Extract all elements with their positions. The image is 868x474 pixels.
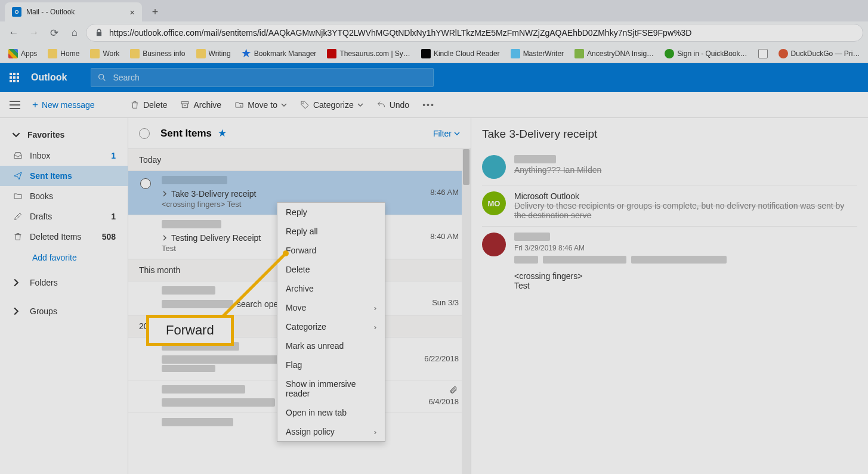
groups-header[interactable]: Groups [0,297,128,326]
folders-header[interactable]: Folders [0,268,128,297]
kindle-bookmark[interactable]: Kindle Cloud Reader [418,47,503,61]
browser-chrome: O Mail - - Outlook × + ← → ⟳ ⌂ https://o… [0,0,868,63]
conversation-row[interactable]: Fri 3/29/2019 8:46 AM <crossing fingers>… [482,227,857,296]
duckduckgo-icon [779,49,788,58]
ctx-reply-all[interactable]: Reply all [277,222,385,241]
sender-redacted [162,176,227,184]
search-input[interactable]: Search [91,68,434,87]
move-to-button[interactable]: Move to [234,100,287,110]
conversation-row[interactable]: Anything??? Ian Milden [482,149,857,185]
ctx-categorize[interactable]: Categorize› [277,317,385,336]
ctx-reply[interactable]: Reply [277,203,385,222]
ctx-archive[interactable]: Archive [277,279,385,298]
close-tab-icon[interactable]: × [129,7,135,17]
group-today: Today [128,149,471,171]
new-tab-button[interactable]: + [147,4,163,20]
duckduckgo-bookmark[interactable]: DuckDuckGo — Pri… [775,47,864,61]
plus-icon: + [32,99,38,111]
url-field[interactable]: https://outlook.office.com/mail/sentitem… [86,24,863,42]
forward-button[interactable]: → [25,24,43,42]
ctx-mark-unread[interactable]: Mark as unread [277,336,385,355]
sender-redacted [514,233,550,241]
masterwriter-bookmark[interactable]: MasterWriter [507,47,567,61]
folder-nav: Favorites Inbox 1 Sent Items Books Draft… [0,118,128,474]
undo-icon [376,100,386,110]
subject-redacted [162,355,281,364]
ctx-immersive[interactable]: Show in immersive reader [277,374,385,403]
app-launcher-button[interactable] [0,63,29,92]
archive-icon [180,100,190,110]
books-folder[interactable]: Books [0,186,128,206]
ctx-open-new-tab[interactable]: Open in new tab [277,403,385,422]
nav-toggle-button[interactable] [10,101,20,109]
ctx-delete[interactable]: Delete [277,260,385,279]
favorite-star-icon[interactable]: ★ [218,127,227,140]
moveto-icon [234,100,244,110]
home-bookmark[interactable]: Home [44,47,83,61]
folder-icon [196,49,206,58]
quickbooks-icon [665,49,674,58]
ctx-forward[interactable]: Forward [277,241,385,260]
sender-redacted [514,155,556,163]
chevron-right-icon [12,307,20,315]
categorize-button[interactable]: Categorize [300,100,363,110]
deleted-items-folder[interactable]: Deleted Items 508 [0,227,128,247]
undo-button[interactable]: Undo [376,100,409,110]
thesaurus-bookmark[interactable]: Thesaurus.com | Sy… [323,47,414,61]
archive-button[interactable]: Archive [180,100,221,110]
home-button[interactable]: ⌂ [66,24,84,42]
conv-body-line: <crossing fingers> [514,271,857,281]
sent-items-folder[interactable]: Sent Items [0,166,128,186]
delete-button[interactable]: Delete [130,100,167,110]
bookmark-manager-bookmark[interactable]: Bookmark Manager [238,47,320,61]
star-icon [242,49,251,58]
scrollbar-thumb[interactable] [463,149,469,185]
svg-line-1 [103,79,105,80]
quickbooks-bookmark[interactable]: Sign in - QuickBook… [661,47,750,61]
favorites-header[interactable]: Favorites [0,124,128,145]
ancestry-icon [574,49,584,58]
mail-subject: Take 3-Delivery receipt [171,189,256,199]
context-menu: Reply Reply all Forward Delete Archive M… [277,202,385,442]
list-scrollbar[interactable] [462,149,471,474]
ctx-move[interactable]: Move› [277,298,385,317]
chevron-right-icon: › [374,427,376,436]
chevron-right-icon [162,235,168,241]
apps-icon [8,49,18,58]
folder-icon [130,49,140,58]
back-button[interactable]: ← [5,24,23,42]
ctx-assign-policy[interactable]: Assign policy› [277,422,385,441]
more-button[interactable]: ••• [422,100,435,110]
ctx-flag[interactable]: Flag [277,355,385,374]
mail-time: 8:40 AM [430,232,459,241]
select-all-toggle[interactable] [139,128,150,139]
pencil-icon [13,212,23,221]
address-bar: ← → ⟳ ⌂ https://outlook.office.com/mail/… [0,21,868,44]
new-message-button[interactable]: + New message [32,99,95,111]
kindle-icon [421,49,431,58]
sender-redacted [162,220,221,228]
business-bookmark[interactable]: Business info [126,47,189,61]
search-placeholder: Search [113,73,139,82]
avatar: MO [482,191,506,215]
filter-button[interactable]: Filter [433,129,460,138]
conv-date: Fri 3/29/2019 8:46 AM [514,244,857,252]
browser-tab[interactable]: O Mail - - Outlook × [5,2,142,21]
mail-time: Sun 3/3 [432,298,459,307]
add-favorite-link[interactable]: Add favorite [0,247,128,268]
select-circle[interactable] [140,178,151,189]
lock-icon [95,29,103,37]
reload-button[interactable]: ⟳ [45,24,63,42]
writing-bookmark[interactable]: Writing [193,47,234,61]
work-bookmark[interactable]: Work [87,47,123,61]
folder-icon [48,49,57,58]
inbox-folder[interactable]: Inbox 1 [0,145,128,166]
ancestry-bookmark[interactable]: AncestryDNA Insig… [571,47,657,61]
conversation-row[interactable]: MO Microsoft Outlook Delivery to these r… [482,185,857,227]
drafts-folder[interactable]: Drafts 1 [0,206,128,227]
tag-icon [300,100,310,110]
apps-bookmark[interactable]: Apps [5,47,41,61]
trash-icon [13,232,23,241]
avatar [482,233,506,256]
page-bookmark[interactable] [755,47,771,61]
